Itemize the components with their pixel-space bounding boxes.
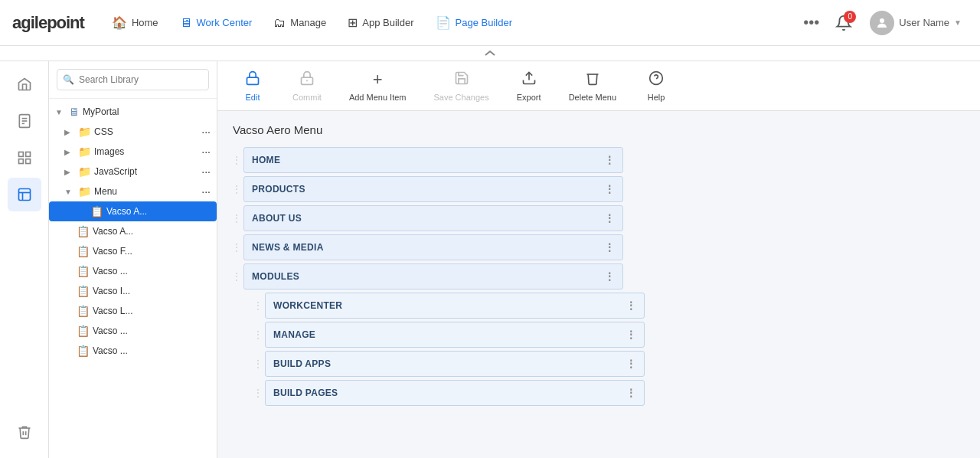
label-vascol: Vacso L... xyxy=(93,306,132,316)
edit-label: Edit xyxy=(246,93,260,102)
label-menu: Menu xyxy=(94,186,117,197)
menu-item-home[interactable]: HOME ⋮ xyxy=(243,147,623,173)
menu-item-products[interactable]: PRODUCTS ⋮ xyxy=(243,176,623,202)
drag-handle-products[interactable]: ⋮ xyxy=(233,184,240,195)
svg-rect-12 xyxy=(247,77,259,84)
icon-vascof: 📋 xyxy=(77,245,90,257)
menu-item-aboutus[interactable]: ABOUT US ⋮ xyxy=(243,205,623,231)
nav-manage-label: Manage xyxy=(290,17,326,28)
sidebar-doc-icon xyxy=(17,113,32,129)
menu-item-modules-dots[interactable]: ⋮ xyxy=(604,270,615,283)
menu-item-modules[interactable]: MODULES ⋮ xyxy=(243,263,623,290)
menu-item-products-label: PRODUCTS xyxy=(252,184,305,195)
help-button[interactable]: Help xyxy=(633,66,679,106)
page-content: Vacso Aero Menu ⋮ HOME ⋮ ⋮ xyxy=(217,111,980,458)
menu-item-buildapps[interactable]: BUILD APPS ⋮ xyxy=(265,351,645,377)
menu-item-manage-label: MANAGE xyxy=(273,329,315,340)
sidebar-trash-btn[interactable] xyxy=(8,415,41,449)
commit-label: Commit xyxy=(292,93,322,102)
drag-handle-buildpages[interactable]: ⋮ xyxy=(254,388,262,398)
menu-item-newsmedia-dots[interactable]: ⋮ xyxy=(604,241,615,254)
content-area: Edit Commit + Add Menu Item xyxy=(217,61,980,458)
commit-button[interactable]: Commit xyxy=(282,66,332,106)
commit-icon xyxy=(299,70,315,90)
nav-appbuilder[interactable]: ⊞ App Builder xyxy=(338,11,423,34)
menu-item-products-dots[interactable]: ⋮ xyxy=(604,183,615,195)
icon-vascoa-active: 📋 xyxy=(90,205,103,218)
tree-item-vascof[interactable]: 📋 Vacso F... xyxy=(49,241,217,261)
sidebar-trash-icon xyxy=(17,424,32,440)
addmenuitem-label: Add Menu Item xyxy=(349,93,407,102)
drag-handle-newsmedia[interactable]: ⋮ xyxy=(233,242,240,253)
top-nav: agilepoint 🏠 Home 🖥 Work Center 🗂 Manage… xyxy=(0,0,980,46)
nav-home[interactable]: 🏠 Home xyxy=(103,11,168,34)
menu-item-manage-dots[interactable]: ⋮ xyxy=(626,329,636,341)
notification-badge: 0 xyxy=(844,11,856,23)
menu-item-buildpages[interactable]: BUILD PAGES ⋮ xyxy=(265,380,645,406)
tree-item-images[interactable]: ▶ 📁 Images ··· xyxy=(49,142,217,162)
label-vascoi: Vacso I... xyxy=(93,286,130,296)
icon-myportal: 🖥 xyxy=(69,106,80,118)
menu-item-aboutus-dots[interactable]: ⋮ xyxy=(604,212,615,224)
drag-handle-buildapps[interactable]: ⋮ xyxy=(254,358,262,369)
more-javascript[interactable]: ··· xyxy=(201,165,211,178)
export-button[interactable]: Export xyxy=(506,66,552,106)
menu-item-home-label: HOME xyxy=(252,155,280,165)
tree-item-vascoa2[interactable]: 📋 Vacso A... xyxy=(49,221,217,241)
tree-item-vascod[interactable]: 📋 Vacso ... xyxy=(49,261,217,281)
tree-item-vasco3[interactable]: 📋 Vacso ... xyxy=(49,341,217,361)
arrow-javascript: ▶ xyxy=(64,168,75,176)
menu-item-buildapps-dots[interactable]: ⋮ xyxy=(626,358,636,370)
savechanges-button[interactable]: Save Changes xyxy=(423,66,499,106)
appbuilder-nav-icon: ⊞ xyxy=(348,15,358,30)
menu-item-buildpages-dots[interactable]: ⋮ xyxy=(626,387,636,399)
menu-item-workcenter-dots[interactable]: ⋮ xyxy=(626,299,636,312)
nav-pagebuilder[interactable]: 📄 Page Builder xyxy=(426,11,521,34)
tree-item-vascoi[interactable]: 📋 Vacso I... xyxy=(49,281,217,301)
sidebar-home-btn[interactable] xyxy=(8,67,41,101)
icon-vascol: 📋 xyxy=(77,305,90,317)
menu-item-newsmedia[interactable]: NEWS & MEDIA ⋮ xyxy=(243,234,623,260)
nav-workcenter[interactable]: 🖥 Work Center xyxy=(171,11,262,34)
drag-handle-manage[interactable]: ⋮ xyxy=(254,329,262,340)
sidebar-page-btn[interactable] xyxy=(8,178,41,211)
drag-handle-workcenter[interactable]: ⋮ xyxy=(254,300,262,311)
deletemenu-button[interactable]: Delete Menu xyxy=(558,66,627,106)
logo[interactable]: agilepoint xyxy=(12,13,84,33)
svg-rect-5 xyxy=(18,152,23,157)
nav-manage[interactable]: 🗂 Manage xyxy=(264,11,335,34)
more-images[interactable]: ··· xyxy=(201,146,211,158)
drag-handle-aboutus[interactable]: ⋮ xyxy=(233,213,240,224)
nav-more-button[interactable]: ••• xyxy=(799,9,824,36)
tree-item-vascol[interactable]: 📋 Vacso L... xyxy=(49,301,217,321)
tree-item-vascoa-active[interactable]: 📋 Vacso A... xyxy=(49,201,217,221)
more-css[interactable]: ··· xyxy=(201,126,211,138)
label-css: CSS xyxy=(94,126,113,137)
user-menu-button[interactable]: User Name ▼ xyxy=(864,8,968,38)
drag-handle-modules[interactable]: ⋮ xyxy=(233,271,240,282)
tree-item-javascript[interactable]: ▶ 📁 JavaScript ··· xyxy=(49,162,217,182)
notification-button[interactable]: 0 xyxy=(830,9,858,37)
tree-item-css[interactable]: ▶ 📁 CSS ··· xyxy=(49,122,217,142)
tree-item-myportal[interactable]: ▼ 🖥 MyPortal xyxy=(49,102,217,122)
addmenuitem-icon: + xyxy=(373,70,383,90)
edit-button[interactable]: Edit xyxy=(230,66,276,106)
menu-item-home-dots[interactable]: ⋮ xyxy=(604,154,615,166)
menu-item-manage[interactable]: MANAGE ⋮ xyxy=(265,322,645,348)
drag-handle-home[interactable]: ⋮ xyxy=(233,155,240,165)
menu-item-buildapps-label: BUILD APPS xyxy=(273,358,331,369)
addmenuitem-button[interactable]: + Add Menu Item xyxy=(338,65,417,106)
tree-item-menu[interactable]: ▼ 📁 Menu ··· xyxy=(49,182,217,201)
search-input[interactable] xyxy=(57,69,209,90)
sidebar-list-btn[interactable] xyxy=(8,141,41,175)
collapse-bar[interactable] xyxy=(0,46,980,61)
menu-item-workcenter[interactable]: WORKCENTER ⋮ xyxy=(265,293,645,319)
sidebar-doc-btn[interactable] xyxy=(8,104,41,138)
tree-item-vasco2[interactable]: 📋 Vacso ... xyxy=(49,321,217,341)
more-menu[interactable]: ··· xyxy=(201,185,211,198)
help-label: Help xyxy=(648,93,665,102)
logo-text: agilepoint xyxy=(12,13,84,32)
menu-editor-title: Vacso Aero Menu xyxy=(233,123,965,136)
icon-css: 📁 xyxy=(78,126,91,138)
menu-row-buildpages: ⋮ BUILD PAGES ⋮ xyxy=(233,380,965,406)
